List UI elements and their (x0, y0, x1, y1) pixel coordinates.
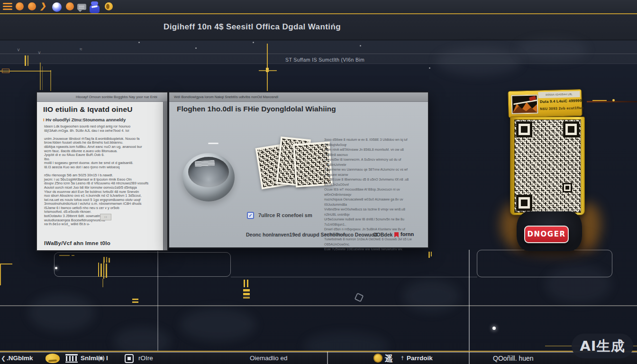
qr-mini-marker (563, 183, 572, 192)
qr-code (514, 119, 581, 213)
decor-dot (492, 327, 496, 330)
left-dialog-body-text: Ideen Ldk bugwoohen sounb ned ohgd antg … (44, 125, 164, 227)
decor-star (355, 293, 364, 302)
taskbar-divider (327, 352, 328, 364)
window-square-icon[interactable] (125, 354, 134, 363)
robot-head (91, 1, 98, 5)
main-dialog-window: WdI BondIowIgyva Iorom Nakqi SnebtIIs ud… (168, 91, 429, 248)
fox-mark (48, 359, 57, 362)
text-line: Euw 7U5wwlw 10IEuewlvw ww Iuww8 Iwruwrul… (324, 247, 412, 252)
bokeh-blob (517, 38, 588, 62)
subheading-accent: I (43, 117, 45, 122)
card-logo-image (511, 94, 538, 114)
decor-line (231, 277, 477, 277)
fox-icon[interactable] (46, 354, 60, 363)
left-dialog-subheading: I Hv oluodfyi Ztnu:Stounoma annneldy (43, 117, 126, 122)
decor-line (469, 250, 470, 364)
orange-dot-icon[interactable] (16, 2, 24, 10)
coin-tray-icon[interactable] (373, 354, 382, 363)
scrollbar[interactable] (163, 102, 167, 250)
bokeh-blob (28, 294, 95, 332)
main-dialog-titlebar[interactable]: WdI BondIowIgyva Iorom Nakqi SnebtIIs ud… (169, 92, 428, 102)
orange-dot-icon[interactable] (28, 2, 36, 10)
speck (429, 67, 430, 69)
text-line: B.lnemenw wu Uannmaou qe 58Tnrw AUumcnv … (324, 167, 412, 177)
speck (253, 42, 254, 43)
decor-accent (103, 263, 104, 279)
bank-roof (65, 354, 78, 355)
left-dialog-heading: IIO etiulin & Iqvatd oineU (43, 105, 133, 114)
cross-icon: † (401, 351, 404, 364)
text-line: Vvlbnd5rw wvO0uhw8ucs sa Isctnw 8 vmqv v… (324, 207, 412, 217)
left-dialog-titlebar[interactable]: Hiooayf Ornoun sonblw Boggbbs Nay yoor r… (37, 92, 167, 102)
window-square-dot (127, 357, 131, 360)
speck (195, 47, 197, 49)
inline-inset-box: I I (100, 214, 111, 220)
text-line: 3ooo d5Ibee 8 nsulum w ev 8. I0I58E 3 Ub… (324, 137, 412, 147)
decor-accent (587, 101, 637, 102)
title-bar: Digiheff 10n 4$ Seesitl Offica Dgdal Wan… (0, 14, 637, 40)
text-line: Jyqcbt di e ou fIAuu Eaure BuR.Oob 6. (44, 153, 164, 157)
decor-accent (102, 279, 103, 287)
decor-accent (244, 280, 245, 287)
taskbar-item-parrdoik[interactable]: Parrdoik (407, 352, 433, 364)
taskbar-item-nsblink[interactable]: .NGbImk (7, 352, 33, 364)
taskbar-item-snimi[interactable]: SnImI㈱ I (81, 352, 108, 364)
card-title-line: Duta 9.4 L4uiC 4999997 (540, 99, 584, 104)
qr-mini-dot (565, 186, 569, 190)
text-line: Tuiwrbdnwb 8 nunron 1n3w.A OeOlwE 6 Ouuu… (324, 237, 412, 247)
decor-accent (267, 44, 268, 91)
qr-finder-marker (516, 195, 532, 211)
decor-accent (27, 55, 28, 66)
decor-accent (2, 69, 9, 73)
decor-accent (247, 280, 248, 287)
taskbar-item-roire[interactable]: rOIre (138, 352, 153, 364)
text-line: I8(I3Aah.mGga. 8h. 5U8v AJL dau i ea oeh… (44, 129, 164, 133)
coin-icon[interactable] (105, 2, 113, 10)
bank-base (65, 362, 78, 363)
text-line: Iwvund5w i8 Iownrwcrm. A Su5ncv wlnmcry … (324, 157, 412, 167)
sphere-icon[interactable] (52, 2, 62, 12)
desktop-subtitle: ST Suffam IS Sumctlth (VI6n Bim (285, 57, 364, 63)
bokeh-blob (436, 47, 521, 76)
decor-accent (42, 66, 43, 90)
cjk-glyph-icon[interactable]: 遥 (385, 352, 393, 364)
hamburger-menu-icon[interactable] (3, 3, 12, 4)
taskbar-clock-area[interactable]: QOoñill. huen (493, 352, 534, 364)
orange-dot-icon[interactable] (66, 2, 74, 10)
text-line: xa th.6e1o w1d_ w8Id l5t.b u- (44, 222, 164, 227)
chat-bubble-icon[interactable] (77, 4, 86, 10)
decor-glyph: ˅ (17, 47, 20, 53)
decor-highlight (208, 143, 218, 144)
flag-label: fornn (400, 231, 414, 237)
main-dialog-footer-text: Deonc honlranven19ed druupd Sechölhofuco… (246, 232, 377, 237)
decor-accent (431, 252, 432, 256)
left-dialog-window: Hiooayf Ornoun sonblw Boggbbs Nay yoor r… (36, 91, 168, 251)
checkbox-label: 7ulIrce R conefoei sm (258, 212, 312, 218)
ok-button[interactable]: COBdek (373, 232, 392, 237)
arrow-icon[interactable]: ❯ (39, 1, 47, 10)
danger-button[interactable]: DNOGER (524, 226, 569, 243)
screen: ❯ Digiheff 10n 4$ Seesitl Offica Dgdal W… (0, 0, 637, 364)
decor-accent (72, 255, 74, 256)
bokeh-blob (403, 280, 460, 313)
main-dialog-heading: Floghen 1ho.0dl is FHie Dyongldolal Wiah… (177, 105, 336, 113)
decor-accent (0, 264, 1, 285)
decor-glyph: ≈ (80, 46, 82, 52)
decor-accent (428, 252, 430, 258)
decor-accent (243, 293, 250, 295)
chat-bubble-tail (78, 8, 82, 12)
bank-columns-icon[interactable] (65, 354, 78, 363)
robot-icon[interactable] (90, 1, 100, 13)
decor-glyph: ˅ (38, 50, 41, 55)
chevron-left-icon[interactable]: ❮ (1, 352, 6, 364)
taskbar-status-center[interactable]: Oiemadlio ed (250, 352, 288, 364)
checkbox[interactable]: ✓ (247, 212, 254, 219)
qr-finder-dot (521, 200, 528, 206)
qr-finder-marker (516, 121, 532, 137)
decor-accent (59, 255, 70, 256)
speck (360, 45, 361, 46)
decor-accent (0, 264, 12, 264)
decor-accent (50, 70, 51, 91)
decor-accent (243, 289, 250, 291)
